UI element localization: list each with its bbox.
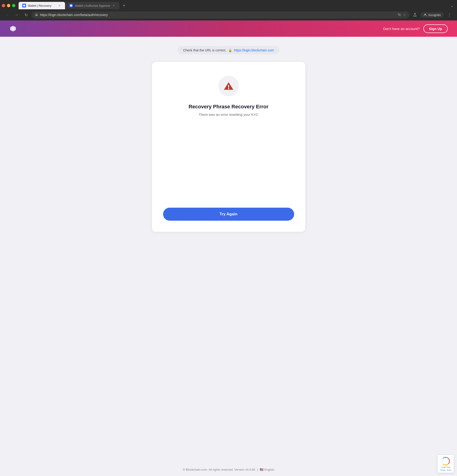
url-badge-lock-icon: 🔒 (228, 48, 232, 52)
address-bar-row: ← → ↻ https://login.blockchain.com/beta/… (0, 9, 457, 20)
tab-title-authorize: Wallet | Authorize Approve (75, 4, 110, 8)
error-card: Recovery Phrase Recovery Error There was… (152, 62, 305, 232)
footer-inner: © Blockchain.com. All rights reserved. V… (5, 468, 452, 471)
try-again-button[interactable]: Try Again (163, 208, 294, 221)
close-button[interactable] (2, 4, 5, 7)
footer-language-selector[interactable]: 🇺🇸 English (260, 468, 274, 471)
no-account-text: Don't have an account? (383, 27, 420, 31)
more-options-button[interactable]: ⋮ (445, 11, 453, 18)
back-button[interactable]: ← (4, 11, 11, 19)
footer-separator: | (257, 468, 258, 471)
tab-title-recovery: Wallet | Recovery (28, 4, 56, 8)
bookmark-icon[interactable]: ☆ (403, 13, 406, 17)
address-bar[interactable]: https://login.blockchain.com/beta/auth/r… (32, 11, 409, 19)
tab-favicon-authorize (69, 4, 73, 8)
tab-authorize[interactable]: Wallet | Authorize Approve ✕ (66, 2, 119, 9)
error-icon-wrapper (218, 76, 239, 96)
new-tab-button[interactable]: + (121, 2, 127, 9)
app-header: Don't have an account? Sign Up (0, 20, 457, 37)
recaptcha-links: Privacy - Terms (440, 469, 451, 471)
window-controls (2, 3, 15, 8)
svg-rect-5 (228, 85, 229, 88)
app-main: Check that the URL is correct. 🔒 https:/… (0, 37, 457, 463)
recaptcha-terms-link[interactable]: Terms (447, 469, 451, 471)
address-actions: ☆ (398, 13, 406, 17)
url-badge-text: Check that the URL is correct. (183, 48, 226, 52)
footer-language: English (264, 468, 274, 471)
incognito-label: Incognito (428, 13, 441, 17)
tab-close-recovery[interactable]: ✕ (58, 4, 61, 8)
labs-icon[interactable] (411, 11, 419, 19)
address-url: https://login.blockchain.com/beta/auth/r… (40, 13, 396, 17)
svg-rect-2 (35, 14, 38, 16)
tab-recovery[interactable]: Wallet | Recovery ✕ (19, 2, 65, 9)
maximize-button[interactable] (12, 4, 15, 7)
recaptcha-spinner (441, 457, 450, 465)
tab-overflow-button[interactable]: ⌄ (449, 2, 455, 9)
recaptcha-text: reCAPTCHA (441, 466, 450, 468)
browser-chrome: Wallet | Recovery ✕ Wallet | Authorize A… (0, 0, 457, 20)
recaptcha-privacy-link[interactable]: Privacy (440, 469, 445, 471)
incognito-button[interactable]: Incognito (421, 12, 443, 18)
signup-button[interactable]: Sign Up (423, 25, 448, 33)
recaptcha-logo: reCAPTCHA Privacy - Terms (440, 457, 451, 471)
url-badge: Check that the URL is correct. 🔒 https:/… (177, 46, 280, 54)
recaptcha-badge: reCAPTCHA Privacy - Terms (438, 455, 454, 473)
header-logo (9, 25, 17, 32)
svg-point-6 (228, 88, 229, 89)
url-badge-url: https://login.blockchain.com (234, 48, 274, 52)
forward-button[interactable]: → (13, 11, 20, 19)
error-subtitle: There was an error resetting your KYC (199, 112, 258, 117)
eye-off-icon[interactable] (398, 13, 401, 17)
header-right: Don't have an account? Sign Up (383, 25, 448, 33)
footer: © Blockchain.com. All rights reserved. V… (0, 463, 457, 476)
tab-bar: Wallet | Recovery ✕ Wallet | Authorize A… (0, 0, 457, 9)
warning-triangle-icon (223, 80, 234, 92)
tab-close-authorize[interactable]: ✕ (112, 4, 116, 8)
minimize-button[interactable] (7, 4, 10, 7)
blockchain-logo-icon (9, 25, 17, 32)
app-wrapper: Don't have an account? Sign Up Check tha… (0, 20, 457, 476)
footer-copyright: © Blockchain.com. All rights reserved. V… (183, 468, 255, 471)
tab-favicon-recovery (22, 4, 26, 8)
address-lock-icon (35, 13, 38, 17)
reload-button[interactable]: ↻ (22, 11, 30, 19)
error-title: Recovery Phrase Recovery Error (189, 104, 269, 110)
footer-flag: 🇺🇸 (260, 468, 264, 471)
